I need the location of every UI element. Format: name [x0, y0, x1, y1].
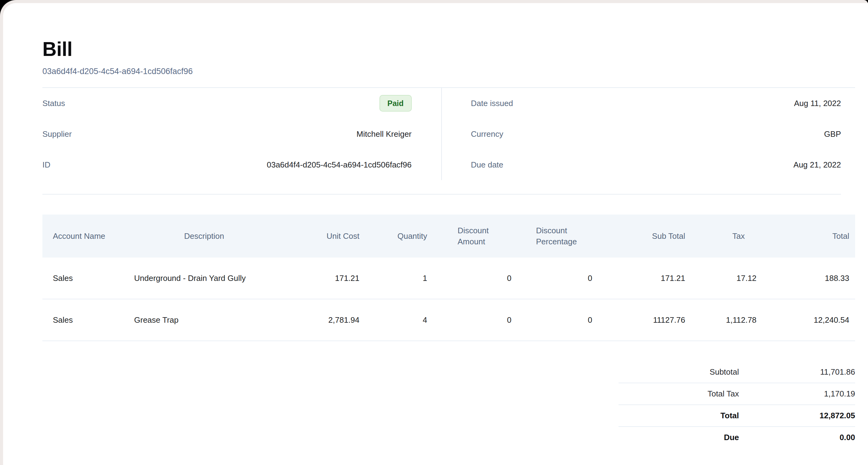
table-header-cell: Discount Percentage — [515, 215, 597, 257]
detail-label: ID — [42, 160, 51, 169]
detail-row: SupplierMitchell Kreiger — [42, 119, 412, 149]
window-frame: Bill 03a6d4f4-d205-4c54-a694-1cd506facf9… — [0, 0, 868, 465]
table-cell: Underground - Drain Yard Gully — [124, 257, 285, 299]
table-cell: 0 — [515, 257, 597, 299]
detail-label: Due date — [471, 160, 504, 169]
page-title: Bill — [42, 39, 855, 59]
totals-value: 11,701.86 — [739, 367, 855, 377]
details-right-column: Date issuedAug 11, 2022CurrencyGBPDue da… — [442, 88, 841, 180]
table-header-cell: Account Name — [42, 215, 124, 257]
detail-label: Status — [42, 99, 65, 108]
details-left-column: StatusPaidSupplierMitchell KreigerID03a6… — [42, 88, 442, 180]
table-cell: 2,781.94 — [284, 299, 364, 341]
table-header-cell: Quantity — [364, 215, 431, 257]
detail-row: StatusPaid — [42, 88, 412, 119]
table-cell: 1,112.78 — [690, 299, 763, 341]
table-row: SalesUnderground - Drain Yard Gully171.2… — [42, 257, 855, 299]
totals-row: Due0.00 — [619, 427, 855, 448]
table-cell: 171.21 — [284, 257, 364, 299]
table-cell: 188.33 — [763, 257, 855, 299]
table-header-cell: Sub Total — [598, 215, 690, 257]
table-cell: Sales — [42, 299, 124, 341]
table-header-cell: Total — [763, 215, 855, 257]
totals-row: Total Tax1,170.19 — [619, 383, 855, 405]
detail-row: Due dateAug 21, 2022 — [471, 149, 841, 180]
totals-row: Subtotal11,701.86 — [619, 362, 855, 383]
details-divider — [42, 194, 841, 194]
table-cell: 171.21 — [598, 257, 690, 299]
totals-label: Subtotal — [619, 367, 739, 377]
detail-row: CurrencyGBP — [471, 119, 841, 149]
table-cell: 4 — [364, 299, 431, 341]
bill-details: StatusPaidSupplierMitchell KreigerID03a6… — [42, 88, 841, 180]
table-header-cell: Unit Cost — [284, 215, 364, 257]
detail-value: Aug 11, 2022 — [794, 99, 841, 108]
detail-value: GBP — [824, 129, 841, 139]
totals-value: 12,872.05 — [739, 411, 855, 421]
status-badge: Paid — [379, 95, 412, 112]
table-header-cell-text: Discount Percentage — [536, 225, 577, 247]
detail-value: 03a6d4f4-d205-4c54-a694-1cd506facf96 — [267, 160, 411, 169]
detail-value: Mitchell Kreiger — [356, 129, 411, 139]
table-cell: 11127.76 — [598, 299, 690, 341]
table-header-cell: Description — [124, 215, 285, 257]
totals-label: Total — [619, 411, 739, 421]
totals-summary: Subtotal11,701.86Total Tax1,170.19Total1… — [619, 362, 855, 448]
table-cell: 0 — [431, 299, 515, 341]
totals-value: 0.00 — [739, 433, 855, 442]
table-cell: 17.12 — [690, 257, 763, 299]
table-row: SalesGrease Trap2,781.9440011127.761,112… — [42, 299, 855, 341]
bill-id-subtitle: 03a6d4f4-d205-4c54-a694-1cd506facf96 — [42, 66, 855, 76]
detail-row: ID03a6d4f4-d205-4c54-a694-1cd506facf96 — [42, 149, 412, 180]
detail-label: Supplier — [42, 129, 71, 139]
table-cell: 12,240.54 — [763, 299, 855, 341]
line-items-table: Account NameDescriptionUnit CostQuantity… — [42, 215, 855, 341]
detail-label: Currency — [471, 129, 503, 139]
totals-label: Total Tax — [619, 389, 739, 399]
table-cell: 1 — [364, 257, 431, 299]
totals-label: Due — [619, 433, 739, 442]
table-cell: 0 — [515, 299, 597, 341]
table-header-cell: Discount Amount — [431, 215, 515, 257]
table-cell: 0 — [431, 257, 515, 299]
table-header-row: Account NameDescriptionUnit CostQuantity… — [42, 215, 855, 257]
totals-value: 1,170.19 — [739, 389, 855, 399]
detail-value: Aug 21, 2022 — [793, 160, 841, 169]
bill-content: Bill 03a6d4f4-d205-4c54-a694-1cd506facf9… — [3, 3, 868, 448]
table-cell: Sales — [42, 257, 124, 299]
table-header-cell: Tax — [690, 215, 763, 257]
screen: Bill 03a6d4f4-d205-4c54-a694-1cd506facf9… — [0, 0, 868, 465]
totals-row: Total12,872.05 — [619, 405, 855, 427]
table-cell: Grease Trap — [124, 299, 285, 341]
bill-page: Bill 03a6d4f4-d205-4c54-a694-1cd506facf9… — [3, 3, 868, 465]
detail-row: Date issuedAug 11, 2022 — [471, 88, 841, 119]
table-header-cell-text: Discount Amount — [458, 225, 489, 247]
detail-label: Date issued — [471, 99, 513, 108]
